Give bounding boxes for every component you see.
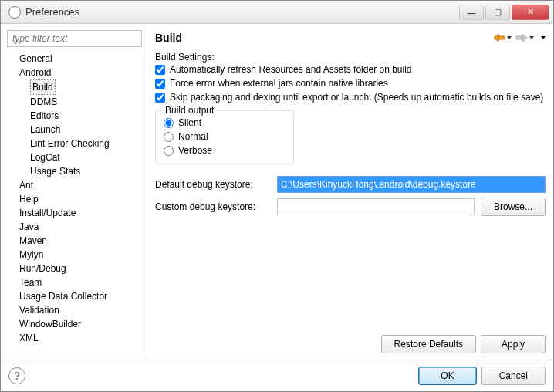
tree-item[interactable]: DDMS [8,95,142,109]
tree-item-label: Install/Update [19,208,76,218]
custom-keystore-field[interactable] [277,198,475,215]
skip-packaging-label: Skip packaging and dexing until export o… [170,92,543,103]
tree-item-label: Java [19,221,39,232]
default-keystore-label: Default debug keystore: [155,179,271,190]
tree-item-label: Team [19,277,42,288]
normal-row: Normal [164,130,285,144]
tree-item[interactable]: WindowBuilder [8,317,142,331]
tree-item[interactable]: Launch [8,123,142,137]
verbose-row: Verbose [164,144,285,157]
build-output-group: Build output Silent Normal Verbose [155,110,294,164]
verbose-label: Verbose [178,145,212,156]
chevron-down-icon [529,36,534,39]
tree-item[interactable]: Team [8,275,142,289]
silent-radio[interactable] [164,118,174,128]
page-title: Build [155,32,493,44]
nav-back-button[interactable] [493,33,512,42]
force-error-label: Force error when external jars contain n… [170,78,388,89]
default-keystore-row: Default debug keystore: [155,174,546,195]
menu-dropdown-icon[interactable] [541,36,546,39]
help-icon[interactable]: ? [8,367,25,384]
force-error-row: Force error when external jars contain n… [155,76,546,90]
minimize-button[interactable]: — [459,5,484,20]
tree-item-label: Usage Data Collector [19,291,107,302]
normal-radio[interactable] [164,132,174,142]
tree-item[interactable]: General [8,52,142,66]
navigation-pane: GeneralAndroidBuildDDMSEditorsLaunchLint… [1,24,147,360]
tree-item[interactable]: Build [8,79,142,95]
tree-item-label: Validation [19,305,59,316]
apply-button[interactable]: Apply [481,335,546,353]
tree-item[interactable]: Lint Error Checking [8,137,142,150]
page-header: Build [155,29,546,49]
silent-row: Silent [164,116,285,130]
tree-item[interactable]: Usage Data Collector [8,289,142,303]
maximize-button[interactable]: ▢ [485,5,510,20]
auto-refresh-label: Automatically refresh Resources and Asse… [170,64,412,75]
restore-defaults-button[interactable]: Restore Defaults [381,335,476,353]
skip-packaging-checkbox[interactable] [155,93,165,103]
tree-item[interactable]: Help [8,192,142,206]
nav-forward-button[interactable] [515,33,534,42]
tree-item[interactable]: Editors [8,109,142,123]
tree-item[interactable]: Usage Stats [8,164,142,178]
tree-item-label: Lint Error Checking [30,138,110,149]
tree-item-label: Maven [19,235,47,246]
tree-item[interactable]: Java [8,220,142,234]
auto-refresh-checkbox[interactable] [155,65,165,75]
tree-item-label: DDMS [30,96,57,107]
history-nav [493,33,546,42]
tree-item-label: Launch [30,124,60,135]
build-output-legend: Build output [162,105,217,116]
preferences-window: Preferences — ▢ ✕ GeneralAndroidBuildDDM… [0,0,554,392]
tree-item-label: Help [19,194,39,204]
page-buttons: Restore Defaults Apply [155,329,546,353]
default-keystore-field[interactable] [277,176,546,193]
cancel-button[interactable]: Cancel [481,367,546,385]
close-button[interactable]: ✕ [512,5,549,20]
tree-item-label: Usage Stats [30,166,80,177]
tree-item[interactable]: Run/Debug [8,262,142,275]
tree-item-label: Mylyn [19,249,43,260]
tree-item-label: Android [19,67,51,78]
settings-panel: Build Settings: Automatically refresh Re… [155,49,546,218]
dialog-footer: ? OK Cancel [1,360,553,391]
app-icon [8,6,21,19]
content-area: GeneralAndroidBuildDDMSEditorsLaunchLint… [1,24,553,360]
skip-packaging-row: Skip packaging and dexing until export o… [155,90,546,104]
dialog-actions: OK Cancel [418,367,546,385]
tree-item-label: XML [19,333,39,343]
tree-item[interactable]: Install/Update [8,206,142,220]
tree-item-label: General [19,53,52,64]
preference-tree: GeneralAndroidBuildDDMSEditorsLaunchLint… [7,52,142,345]
tree-item-label: WindowBuilder [19,319,81,329]
auto-refresh-row: Automatically refresh Resources and Asse… [155,63,546,76]
chevron-down-icon [507,36,512,39]
tree-item-label: Ant [19,180,33,191]
window-controls: — ▢ ✕ [459,5,549,20]
tree-item[interactable]: Ant [8,178,142,192]
tree-item-label: Run/Debug [19,263,66,274]
verbose-radio[interactable] [164,146,174,156]
tree-item[interactable]: Validation [8,303,142,317]
ok-button[interactable]: OK [418,367,476,385]
browse-button[interactable]: Browse... [481,198,546,216]
tree-item[interactable]: XML [8,331,142,345]
titlebar: Preferences — ▢ ✕ [1,1,553,24]
tree-item-label: Editors [30,110,59,121]
tree-item[interactable]: Mylyn [8,248,142,262]
tree-item[interactable]: Maven [8,234,142,248]
settings-heading: Build Settings: [155,52,546,63]
normal-label: Normal [178,131,208,142]
custom-keystore-row: Custom debug keystore: Browse... [155,195,546,218]
silent-label: Silent [178,117,201,128]
tree-item[interactable]: Android [8,66,142,79]
tree-item[interactable]: LogCat [8,150,142,164]
tree-item-label: LogCat [30,152,60,163]
window-title: Preferences [25,6,459,18]
custom-keystore-label: Custom debug keystore: [155,201,271,212]
tree-item-label: Build [30,79,56,95]
page-content: Build Build Settings: [147,24,553,360]
force-error-checkbox[interactable] [155,79,165,89]
filter-input[interactable] [7,30,142,47]
